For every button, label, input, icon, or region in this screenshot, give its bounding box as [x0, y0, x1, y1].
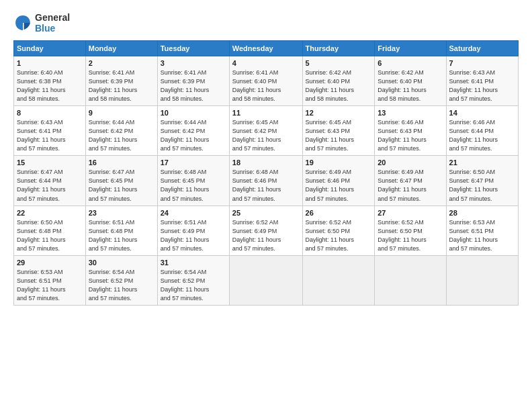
day-info: Sunrise: 6:41 AMSunset: 6:39 PMDaylight:…	[161, 68, 226, 103]
day-info: Sunrise: 6:53 AMSunset: 6:51 PMDaylight:…	[449, 218, 515, 253]
day-info: Sunrise: 6:49 AMSunset: 6:46 PMDaylight:…	[306, 168, 372, 203]
day-info: Sunrise: 6:46 AMSunset: 6:44 PMDaylight:…	[449, 118, 515, 153]
day-number: 11	[232, 109, 300, 117]
calendar-header-tuesday: Tuesday	[157, 41, 229, 56]
day-info: Sunrise: 6:44 AMSunset: 6:42 PMDaylight:…	[161, 118, 226, 153]
day-info: Sunrise: 6:40 AMSunset: 6:38 PMDaylight:…	[17, 68, 83, 103]
day-info: Sunrise: 6:48 AMSunset: 6:46 PMDaylight:…	[232, 168, 300, 203]
day-number: 24	[161, 209, 226, 217]
day-number: 4	[232, 59, 300, 67]
calendar-cell: 19Sunrise: 6:49 AMSunset: 6:46 PMDayligh…	[302, 156, 375, 205]
day-number: 28	[449, 209, 515, 217]
calendar-header-monday: Monday	[85, 41, 157, 56]
page: General Blue SundayMondayTuesdayWednesda…	[0, 0, 532, 411]
calendar-cell: 26Sunrise: 6:52 AMSunset: 6:50 PMDayligh…	[302, 205, 375, 255]
calendar-header-thursday: Thursday	[302, 41, 375, 56]
day-info: Sunrise: 6:51 AMSunset: 6:49 PMDaylight:…	[161, 218, 226, 253]
day-info: Sunrise: 6:47 AMSunset: 6:45 PMDaylight:…	[89, 168, 154, 203]
day-info: Sunrise: 6:45 AMSunset: 6:43 PMDaylight:…	[306, 118, 372, 153]
day-number: 29	[17, 259, 83, 267]
calendar-header-wednesday: Wednesday	[229, 41, 302, 56]
calendar-cell	[229, 255, 302, 305]
logo-text: General Blue	[35, 12, 70, 34]
logo: General Blue	[13, 12, 70, 34]
day-number: 31	[161, 259, 226, 267]
calendar-header-row: SundayMondayTuesdayWednesdayThursdayFrid…	[14, 41, 519, 56]
day-number: 8	[17, 109, 83, 117]
day-info: Sunrise: 6:44 AMSunset: 6:42 PMDaylight:…	[89, 118, 154, 153]
day-info: Sunrise: 6:41 AMSunset: 6:39 PMDaylight:…	[89, 68, 154, 103]
calendar-cell: 14Sunrise: 6:46 AMSunset: 6:44 PMDayligh…	[446, 106, 518, 156]
calendar-cell: 20Sunrise: 6:49 AMSunset: 6:47 PMDayligh…	[375, 156, 446, 205]
calendar-cell: 18Sunrise: 6:48 AMSunset: 6:46 PMDayligh…	[229, 156, 302, 205]
calendar-week-3: 15Sunrise: 6:47 AMSunset: 6:44 PMDayligh…	[14, 156, 519, 205]
header: General Blue	[13, 12, 519, 34]
day-number: 30	[89, 259, 154, 267]
calendar-cell: 22Sunrise: 6:50 AMSunset: 6:48 PMDayligh…	[14, 205, 86, 255]
calendar-cell: 4Sunrise: 6:41 AMSunset: 6:40 PMDaylight…	[229, 56, 302, 106]
day-number: 5	[306, 59, 372, 67]
calendar-cell: 1Sunrise: 6:40 AMSunset: 6:38 PMDaylight…	[14, 56, 86, 106]
day-number: 14	[449, 109, 515, 117]
day-info: Sunrise: 6:54 AMSunset: 6:52 PMDaylight:…	[161, 268, 226, 303]
calendar-cell: 27Sunrise: 6:52 AMSunset: 6:50 PMDayligh…	[375, 205, 446, 255]
day-number: 20	[378, 158, 443, 167]
calendar-cell: 2Sunrise: 6:41 AMSunset: 6:39 PMDaylight…	[85, 56, 157, 106]
day-info: Sunrise: 6:54 AMSunset: 6:52 PMDaylight:…	[89, 268, 154, 303]
day-number: 19	[306, 158, 372, 167]
day-info: Sunrise: 6:48 AMSunset: 6:45 PMDaylight:…	[161, 168, 226, 203]
calendar-cell: 3Sunrise: 6:41 AMSunset: 6:39 PMDaylight…	[157, 56, 229, 106]
day-number: 21	[449, 158, 515, 167]
calendar-cell: 17Sunrise: 6:48 AMSunset: 6:45 PMDayligh…	[157, 156, 229, 205]
day-info: Sunrise: 6:42 AMSunset: 6:40 PMDaylight:…	[306, 68, 372, 103]
day-number: 2	[89, 59, 154, 67]
calendar-cell: 23Sunrise: 6:51 AMSunset: 6:48 PMDayligh…	[85, 205, 157, 255]
day-number: 18	[232, 158, 300, 167]
calendar-cell: 21Sunrise: 6:50 AMSunset: 6:47 PMDayligh…	[446, 156, 518, 205]
calendar-cell: 29Sunrise: 6:53 AMSunset: 6:51 PMDayligh…	[14, 255, 86, 305]
day-number: 23	[89, 209, 154, 217]
calendar-cell: 8Sunrise: 6:43 AMSunset: 6:41 PMDaylight…	[14, 106, 86, 156]
day-info: Sunrise: 6:49 AMSunset: 6:47 PMDaylight:…	[378, 168, 443, 203]
calendar-cell: 16Sunrise: 6:47 AMSunset: 6:45 PMDayligh…	[85, 156, 157, 205]
day-number: 1	[17, 59, 83, 67]
day-number: 17	[161, 158, 226, 167]
calendar-table: SundayMondayTuesdayWednesdayThursdayFrid…	[13, 40, 519, 306]
calendar-cell	[302, 255, 375, 305]
calendar-cell: 13Sunrise: 6:46 AMSunset: 6:43 PMDayligh…	[375, 106, 446, 156]
day-info: Sunrise: 6:43 AMSunset: 6:41 PMDaylight:…	[17, 118, 83, 153]
day-info: Sunrise: 6:50 AMSunset: 6:48 PMDaylight:…	[17, 218, 83, 253]
calendar-cell: 24Sunrise: 6:51 AMSunset: 6:49 PMDayligh…	[157, 205, 229, 255]
day-number: 15	[17, 158, 83, 167]
day-number: 9	[89, 109, 154, 117]
calendar-cell: 28Sunrise: 6:53 AMSunset: 6:51 PMDayligh…	[446, 205, 518, 255]
day-info: Sunrise: 6:42 AMSunset: 6:40 PMDaylight:…	[378, 68, 443, 103]
calendar-cell: 11Sunrise: 6:45 AMSunset: 6:42 PMDayligh…	[229, 106, 302, 156]
day-number: 25	[232, 209, 300, 217]
calendar-cell: 31Sunrise: 6:54 AMSunset: 6:52 PMDayligh…	[157, 255, 229, 305]
day-info: Sunrise: 6:52 AMSunset: 6:49 PMDaylight:…	[232, 218, 300, 253]
day-info: Sunrise: 6:52 AMSunset: 6:50 PMDaylight:…	[378, 218, 443, 253]
day-number: 7	[449, 59, 515, 67]
calendar-header-saturday: Saturday	[446, 41, 518, 56]
calendar-cell: 10Sunrise: 6:44 AMSunset: 6:42 PMDayligh…	[157, 106, 229, 156]
day-number: 6	[378, 59, 443, 67]
day-number: 3	[161, 59, 226, 67]
logo-icon	[13, 13, 32, 32]
day-number: 27	[378, 209, 443, 217]
calendar-cell: 12Sunrise: 6:45 AMSunset: 6:43 PMDayligh…	[302, 106, 375, 156]
calendar-week-1: 1Sunrise: 6:40 AMSunset: 6:38 PMDaylight…	[14, 56, 519, 106]
day-number: 13	[378, 109, 443, 117]
day-info: Sunrise: 6:45 AMSunset: 6:42 PMDaylight:…	[232, 118, 300, 153]
day-number: 22	[17, 209, 83, 217]
day-number: 12	[306, 109, 372, 117]
day-info: Sunrise: 6:43 AMSunset: 6:41 PMDaylight:…	[449, 68, 515, 103]
calendar-cell: 7Sunrise: 6:43 AMSunset: 6:41 PMDaylight…	[446, 56, 518, 106]
day-info: Sunrise: 6:41 AMSunset: 6:40 PMDaylight:…	[232, 68, 300, 103]
calendar-header-sunday: Sunday	[14, 41, 86, 56]
calendar-week-5: 29Sunrise: 6:53 AMSunset: 6:51 PMDayligh…	[14, 255, 519, 305]
day-info: Sunrise: 6:53 AMSunset: 6:51 PMDaylight:…	[17, 268, 83, 303]
calendar-cell	[375, 255, 446, 305]
day-number: 10	[161, 109, 226, 117]
calendar-cell: 5Sunrise: 6:42 AMSunset: 6:40 PMDaylight…	[302, 56, 375, 106]
